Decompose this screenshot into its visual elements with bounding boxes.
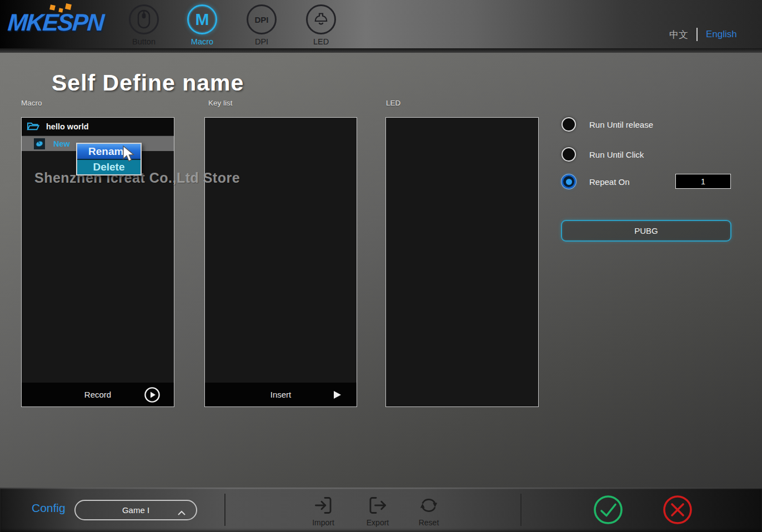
record-button[interactable]: Record bbox=[22, 383, 174, 406]
import-button[interactable]: Import bbox=[304, 495, 343, 527]
led-panel-label: LED bbox=[386, 99, 400, 107]
profile-dropdown-value: Game I bbox=[122, 505, 149, 515]
mouse-small-icon bbox=[34, 138, 45, 149]
key-list-panel: Insert bbox=[204, 117, 357, 407]
insert-button-label: Insert bbox=[270, 390, 292, 399]
chevron-up-icon bbox=[177, 508, 186, 518]
radio-repeat-on-label: Repeat On bbox=[589, 177, 630, 187]
radio-run-until-click[interactable]: Run Until Click bbox=[562, 147, 644, 162]
profile-dropdown[interactable]: Game I bbox=[74, 500, 197, 520]
macro-item-new-label: New bbox=[53, 139, 70, 148]
key-list-panel-label: Key list bbox=[208, 99, 233, 107]
apply-button[interactable] bbox=[593, 494, 624, 525]
lamp-icon bbox=[306, 4, 336, 34]
import-label: Import bbox=[304, 518, 343, 527]
app-logo: MKESPN bbox=[8, 9, 113, 42]
radio-run-until-release-label: Run Until release bbox=[589, 120, 653, 129]
tab-button[interactable]: Button bbox=[119, 4, 169, 46]
x-circle-icon bbox=[662, 494, 693, 525]
led-preview-panel bbox=[385, 117, 539, 407]
lang-divider bbox=[696, 28, 698, 41]
radio-run-until-release[interactable]: Run Until release bbox=[562, 117, 653, 132]
tab-led-label: LED bbox=[296, 37, 346, 46]
reset-label: Reset bbox=[409, 518, 448, 527]
cursor-icon bbox=[122, 145, 136, 164]
language-switch: 中文 English bbox=[669, 28, 737, 41]
folder-icon bbox=[27, 121, 39, 133]
macro-folder-row[interactable]: hello world bbox=[22, 118, 174, 136]
macro-folder-name: hello world bbox=[46, 122, 89, 131]
lang-english[interactable]: English bbox=[706, 29, 737, 40]
footer-divider bbox=[224, 494, 225, 526]
insert-button[interactable]: Insert bbox=[205, 383, 357, 406]
tab-led[interactable]: LED bbox=[296, 4, 346, 46]
macro-name-button[interactable]: PUBG bbox=[561, 220, 731, 242]
top-bar: MKESPN Button M Macro DPI DPI LED 中文 bbox=[0, 0, 762, 53]
play-circle-icon bbox=[144, 387, 161, 405]
export-button[interactable]: Export bbox=[358, 495, 397, 527]
cancel-button[interactable] bbox=[662, 494, 693, 525]
footer-divider bbox=[520, 494, 522, 526]
play-triangle-icon bbox=[332, 390, 342, 401]
tab-dpi[interactable]: DPI DPI bbox=[237, 4, 287, 46]
radio-run-until-click-label: Run Until Click bbox=[589, 150, 644, 159]
export-icon bbox=[368, 495, 388, 515]
tab-dpi-label: DPI bbox=[237, 37, 287, 46]
radio-circle-selected bbox=[562, 174, 576, 189]
mouse-icon bbox=[129, 4, 159, 34]
config-label: Config bbox=[32, 501, 66, 515]
radio-circle bbox=[562, 117, 576, 132]
reset-button[interactable]: Reset bbox=[409, 495, 448, 527]
record-button-label: Record bbox=[84, 390, 111, 399]
dpi-icon: DPI bbox=[247, 4, 277, 34]
tab-macro-label: Macro bbox=[177, 37, 227, 46]
repeat-count-input[interactable] bbox=[675, 174, 731, 189]
reset-icon bbox=[419, 495, 439, 515]
check-circle-icon bbox=[593, 494, 624, 525]
tab-button-label: Button bbox=[119, 37, 169, 46]
lang-chinese[interactable]: 中文 bbox=[669, 28, 688, 41]
annotation-title: Self Define name bbox=[52, 70, 244, 96]
logo-text: MKESPN bbox=[7, 9, 114, 36]
import-icon bbox=[313, 495, 333, 515]
radio-circle bbox=[562, 147, 576, 162]
macro-panel-label: Macro bbox=[21, 99, 42, 107]
radio-repeat-on[interactable]: Repeat On bbox=[562, 174, 630, 189]
macro-icon: M bbox=[187, 4, 217, 34]
export-label: Export bbox=[358, 518, 397, 527]
tab-macro[interactable]: M Macro bbox=[177, 4, 227, 46]
